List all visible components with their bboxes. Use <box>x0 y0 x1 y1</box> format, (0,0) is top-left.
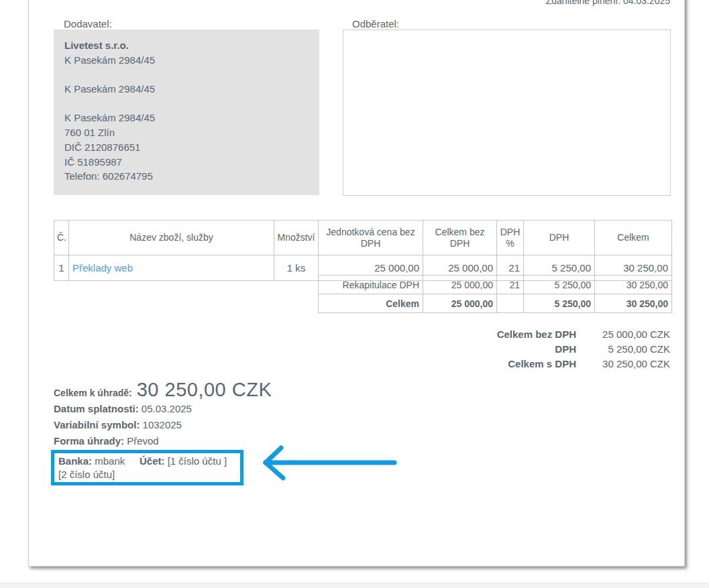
recap-rate: 21 <box>497 276 524 294</box>
supplier-section-label: Dodavatel: <box>64 18 112 30</box>
bank-group: Banka: mbank <box>58 455 140 468</box>
account-value-2: [2 číslo účtu] <box>58 468 236 481</box>
payment-method-value: Převod <box>127 435 159 447</box>
supplier-vat-id: DIČ 2120876651 <box>64 140 309 155</box>
col-header-unit-price: Jednotková cena bez DPH <box>319 221 423 255</box>
supplier-company-id: IČ 51895987 <box>64 155 309 170</box>
total-value: 30 250,00 CZK <box>576 357 670 371</box>
total-value: 5 250,00 CZK <box>576 342 670 357</box>
recap-total: 30 250,00 <box>595 276 672 294</box>
recap-total-row: Celkem 25 000,00 5 250,00 30 250,00 <box>319 294 672 313</box>
bank-line: Banka: mbankÚčet: [1 číslo účtu ] <box>58 455 236 468</box>
variable-symbol-value: 1032025 <box>143 419 182 430</box>
items-table: Č. Název zboží, služby Množství Jednotko… <box>54 220 672 281</box>
due-date-row: Datum splatnosti: 05.03.2025 <box>54 401 272 417</box>
annotation-arrow-icon <box>258 445 400 482</box>
variable-symbol-label: Variabilní symbol: <box>54 419 140 430</box>
col-header-number: Č. <box>54 221 69 255</box>
col-header-vat: DPH <box>524 221 595 255</box>
payment-method-row: Forma úhrady: Převod <box>54 433 272 449</box>
invoice-page: Zdanitelné plnění: 04.03.2025 Dodavatel:… <box>28 0 685 567</box>
total-label: Celkem bez DPH <box>497 327 576 342</box>
total-due-row: Celkem k úhradě: 30 250,00 CZK <box>54 379 272 401</box>
bank-info-highlight: Banka: mbankÚčet: [1 číslo účtu ] [2 čís… <box>51 450 243 485</box>
items-header-row: Č. Název zboží, služby Množství Jednotko… <box>54 221 672 255</box>
recap-base: 25 000,00 <box>423 276 497 294</box>
total-row: DPH 5 250,00 CZK <box>497 342 670 357</box>
supplier-address-line: K Pasekám 2984/45 <box>64 111 309 125</box>
recap-base: 25 000,00 <box>423 294 497 313</box>
supplier-address-line: K Pasekám 2984/45 <box>64 53 309 68</box>
blank-line <box>64 97 309 111</box>
totals-block: Celkem bez DPH 25 000,00 CZK DPH 5 250,0… <box>497 327 670 371</box>
account-group: Účet: [1 číslo účtu ] <box>140 455 227 467</box>
total-due-label: Celkem k úhradě: <box>54 388 132 398</box>
variable-symbol-row: Variabilní symbol: 1032025 <box>54 417 272 433</box>
vat-recap-table: Rekapitulace DPH 25 000,00 21 5 250,00 3… <box>318 275 672 313</box>
recap-vat: 5 250,00 <box>524 276 595 294</box>
supplier-address-line: K Pasekám 2984/45 <box>64 82 309 97</box>
supplier-phone: Telefon: 602674795 <box>64 169 309 184</box>
bank-value: mbank <box>95 455 125 467</box>
col-header-vat-rate: DPH % <box>497 221 524 255</box>
total-value: 25 000,00 CZK <box>576 327 670 342</box>
item-name-link[interactable]: Překlady web <box>72 262 133 274</box>
total-label: Celkem s DPH <box>508 357 576 371</box>
total-label: DPH <box>555 342 576 357</box>
due-date-label: Datum splatnosti: <box>54 403 139 414</box>
col-header-total: Celkem <box>595 221 672 255</box>
col-header-item-name: Název zboží, služby <box>69 221 274 255</box>
payment-method-label: Forma úhrady: <box>54 435 124 447</box>
supplier-box: Livetest s.r.o. K Pasekám 2984/45 K Pase… <box>54 30 319 195</box>
bank-label: Banka: <box>58 455 92 467</box>
due-date-value: 05.03.2025 <box>142 403 192 414</box>
payment-summary: Celkem k úhradě: 30 250,00 CZK Datum spl… <box>54 379 272 449</box>
total-due-value: 30 250,00 CZK <box>137 379 272 401</box>
col-header-total-ex-vat: Celkem bez DPH <box>423 221 497 255</box>
total-row: Celkem bez DPH 25 000,00 CZK <box>497 327 670 342</box>
account-value: [1 číslo účtu ] <box>168 455 227 467</box>
recap-vat: 5 250,00 <box>524 294 595 313</box>
col-header-quantity: Množství <box>274 221 319 255</box>
recap-rate <box>497 294 524 313</box>
recap-total: 30 250,00 <box>595 294 672 313</box>
total-row: Celkem s DPH 30 250,00 CZK <box>497 357 670 371</box>
account-label: Účet: <box>140 455 165 467</box>
blank-line <box>64 67 309 82</box>
supplier-city: 760 01 Zlín <box>64 125 309 140</box>
customer-section-label: Odběratel: <box>352 18 399 30</box>
recap-row: Rekapitulace DPH 25 000,00 21 5 250,00 3… <box>319 276 672 294</box>
footer-bar <box>0 583 709 588</box>
supplier-name: Livetest s.r.o. <box>64 38 309 53</box>
customer-box <box>343 30 671 196</box>
recap-label: Rekapitulace DPH <box>319 276 423 294</box>
recap-label: Celkem <box>319 294 423 313</box>
item-number: 1 <box>54 255 69 281</box>
item-quantity: 1 ks <box>274 255 319 281</box>
taxable-supply-date: Zdanitelné plnění: 04.03.2025 <box>546 0 670 6</box>
